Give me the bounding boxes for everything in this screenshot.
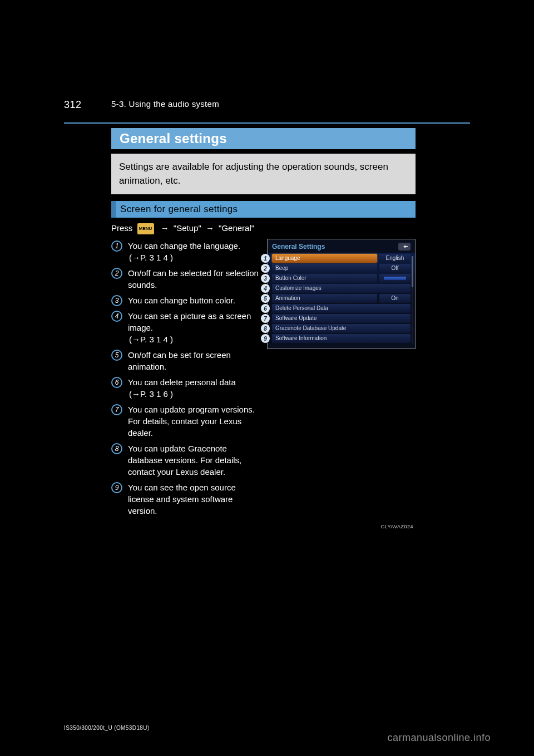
pointer-4: 4 bbox=[261, 284, 270, 293]
callout-number-2: 2 bbox=[111, 268, 122, 279]
settings-row-language[interactable]: 1 Language English bbox=[272, 254, 411, 263]
instruction-line: Press MENU → "Setup" → "General" bbox=[111, 222, 260, 234]
callout-text: You can delete personal data (→P. 3 1 6 … bbox=[128, 376, 260, 400]
screenshot-caption: CLYAVAZ024 bbox=[381, 524, 413, 529]
settings-row-animation[interactable]: 5 Animation On bbox=[272, 294, 411, 303]
settings-row-label: Gracenote Database Update bbox=[272, 324, 411, 333]
callout-number-1: 1 bbox=[111, 240, 122, 252]
page-reference: (→P. 3 1 4 ) bbox=[129, 252, 173, 263]
callout-text: You can update program versions. For det… bbox=[128, 404, 260, 439]
settings-row-label: Animation bbox=[272, 294, 377, 303]
settings-row-button-color[interactable]: 3 Button Color bbox=[272, 274, 411, 283]
manual-page: 312 5-3. Using the audio system General … bbox=[0, 0, 534, 756]
menu-button-icon: MENU bbox=[137, 223, 154, 234]
callout-number-4: 4 bbox=[111, 311, 122, 322]
callout-number-3: 3 bbox=[111, 295, 122, 306]
callout-item: 3 You can change button color. bbox=[111, 294, 260, 306]
page-reference: (→P. 3 1 6 ) bbox=[129, 388, 173, 400]
callout-item: 4 You can set a picture as a screen imag… bbox=[111, 310, 260, 345]
body-row: Press MENU → "Setup" → "General" 1 You c… bbox=[111, 222, 416, 521]
pointer-6: 6 bbox=[261, 304, 270, 313]
settings-row-label: Language bbox=[272, 254, 377, 263]
pointer-7: 7 bbox=[261, 314, 270, 323]
pointer-8: 8 bbox=[261, 324, 270, 333]
callout-item: 6 You can delete personal data (→P. 3 1 … bbox=[111, 376, 260, 400]
page-number: 312 bbox=[64, 99, 82, 111]
content-area: General settings Settings are available … bbox=[111, 128, 416, 521]
settings-row-gracenote-update[interactable]: 8 Gracenote Database Update bbox=[272, 324, 411, 333]
callout-text: You can set a picture as a screen image.… bbox=[128, 310, 260, 345]
right-column: General Settings 1 Language English 2 bbox=[267, 222, 416, 521]
callout-number-6: 6 bbox=[111, 377, 122, 388]
callout-item: 9 You can see the open source license an… bbox=[111, 482, 260, 517]
callout-number-9: 9 bbox=[111, 482, 122, 493]
settings-row-label: Customize Images bbox=[272, 284, 411, 293]
settings-row-value[interactable]: On bbox=[379, 294, 411, 303]
settings-row-customize-images[interactable]: 4 Customize Images bbox=[272, 284, 411, 293]
callout-text: You can change the language. (→P. 3 1 4 … bbox=[128, 240, 240, 263]
arrow-icon: → bbox=[161, 223, 169, 233]
pointer-9: 9 bbox=[261, 334, 270, 343]
callout-number-8: 8 bbox=[111, 443, 122, 454]
settings-screenshot: General Settings 1 Language English 2 bbox=[267, 239, 416, 349]
callout-text: On/off can be selected for selection sou… bbox=[128, 267, 260, 291]
callout-item: 2 On/off can be selected for selection s… bbox=[111, 267, 260, 291]
callout-item: 1 You can change the language. (→P. 3 1 … bbox=[111, 240, 260, 263]
header-rule bbox=[64, 122, 470, 124]
screenshot-header: General Settings bbox=[268, 239, 415, 253]
settings-row-software-information[interactable]: 9 Software Information bbox=[272, 334, 411, 343]
callout-text: You can see the open source license and … bbox=[128, 482, 260, 517]
pointer-1: 1 bbox=[261, 254, 270, 263]
section-label: Screen for general settings bbox=[120, 204, 238, 215]
instruction-step-general: "General" bbox=[219, 223, 254, 233]
page-reference: (→P. 3 1 4 ) bbox=[129, 333, 173, 345]
callout-text: You can change button color. bbox=[128, 294, 235, 306]
instruction-prefix: Press bbox=[111, 223, 132, 233]
left-column: Press MENU → "Setup" → "General" 1 You c… bbox=[111, 222, 267, 521]
settings-row-label: Button Color bbox=[272, 274, 377, 283]
settings-row-beep[interactable]: 2 Beep Off bbox=[272, 264, 411, 273]
scrollbar-thumb[interactable] bbox=[412, 256, 413, 287]
pointer-3: 3 bbox=[261, 274, 270, 283]
section-header: Screen for general settings bbox=[111, 201, 416, 218]
title-bar: General settings bbox=[111, 128, 416, 149]
settings-row-label: Software Update bbox=[272, 314, 411, 323]
arrow-icon: → bbox=[206, 223, 214, 233]
back-icon[interactable] bbox=[398, 243, 411, 251]
watermark: carmanualsonline.info bbox=[387, 732, 491, 744]
color-swatch-icon[interactable] bbox=[379, 274, 411, 283]
page-title: General settings bbox=[120, 131, 227, 146]
settings-row-label: Beep bbox=[272, 264, 377, 273]
settings-row-delete-personal-data[interactable]: 6 Delete Personal Data bbox=[272, 304, 411, 313]
screenshot-title: General Settings bbox=[272, 243, 325, 251]
screenshot-rows: 1 Language English 2 Beep Off 3 Button C… bbox=[268, 253, 415, 348]
callout-item: 5 On/off can be set for screen animation… bbox=[111, 349, 260, 372]
callout-number-5: 5 bbox=[111, 350, 122, 361]
settings-row-software-update[interactable]: 7 Software Update bbox=[272, 314, 411, 323]
instruction-step-setup: "Setup" bbox=[174, 223, 201, 233]
callout-item: 7 You can update program versions. For d… bbox=[111, 404, 260, 439]
section-accent bbox=[111, 201, 116, 218]
pointer-2: 2 bbox=[261, 264, 270, 273]
callout-number-7: 7 bbox=[111, 404, 122, 415]
running-header: 5-3. Using the audio system bbox=[111, 99, 219, 109]
callout-text: On/off can be set for screen animation. bbox=[128, 349, 260, 372]
intro-box: Settings are available for adjusting the… bbox=[111, 154, 416, 194]
settings-row-value[interactable]: English bbox=[379, 254, 411, 263]
footer-model-code: IS350/300/200t_U (OM53D18U) bbox=[64, 725, 150, 731]
settings-row-value[interactable]: Off bbox=[379, 264, 411, 273]
callout-text: You can update Gracenote database versio… bbox=[128, 443, 260, 478]
pointer-5: 5 bbox=[261, 294, 270, 303]
callout-item: 8 You can update Gracenote database vers… bbox=[111, 443, 260, 478]
scrollbar[interactable] bbox=[412, 256, 413, 344]
settings-row-label: Delete Personal Data bbox=[272, 304, 411, 313]
settings-row-label: Software Information bbox=[272, 334, 411, 343]
